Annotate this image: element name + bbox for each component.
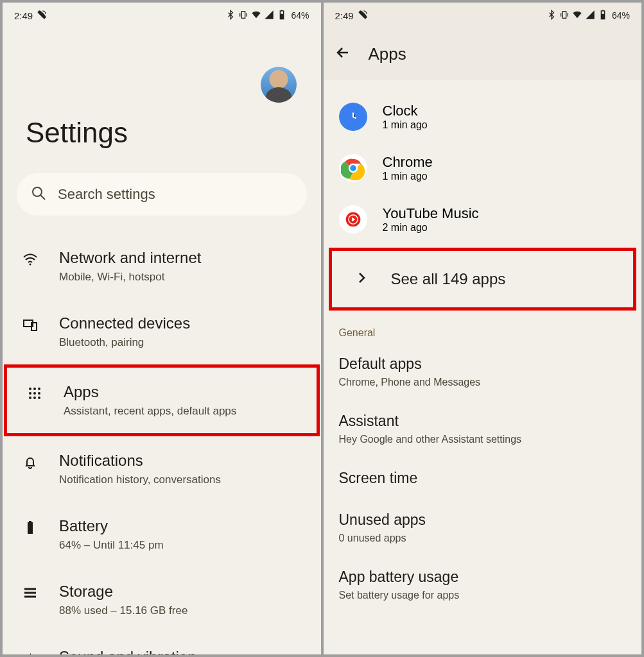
option-title: Default apps — [339, 355, 627, 373]
see-all-label: See all 149 apps — [391, 270, 506, 288]
app-title: Clock — [383, 103, 428, 119]
item-sub: Assistant, recent apps, default apps — [64, 405, 304, 418]
battery-icon — [22, 520, 38, 538]
option-title: App battery usage — [339, 568, 627, 586]
app-sub: 2 min ago — [383, 222, 479, 234]
svg-rect-26 — [602, 10, 604, 10]
option-screen-time[interactable]: Screen time — [324, 458, 642, 500]
status-time: 2:49 — [14, 10, 33, 21]
bluetooth-icon — [225, 10, 236, 22]
settings-item-notifications[interactable]: Notifications Notification history, conv… — [3, 436, 321, 502]
svg-point-17 — [38, 397, 40, 399]
call-icon — [37, 10, 47, 22]
option-sub: Set battery usage for apps — [339, 590, 627, 601]
highlight-apps: Apps Assistant, recent apps, default app… — [4, 364, 320, 436]
vibrate-icon — [238, 10, 248, 22]
profile-avatar[interactable] — [261, 67, 297, 103]
see-all-apps[interactable]: See all 149 apps — [332, 251, 634, 307]
wifi-icon — [572, 10, 582, 22]
app-title: Chrome — [383, 154, 433, 171]
app-sub: 1 min ago — [383, 119, 428, 131]
back-button[interactable] — [335, 45, 351, 63]
app-title: YouTube Music — [383, 205, 479, 222]
svg-rect-19 — [29, 521, 31, 522]
option-default-apps[interactable]: Default apps Chrome, Phone and Messages — [324, 344, 642, 401]
item-title: Network and internet — [59, 249, 308, 267]
recent-apps-list: Clock 1 min ago Chrome 1 min ago You — [324, 80, 642, 245]
svg-point-14 — [38, 392, 40, 395]
svg-point-15 — [29, 397, 31, 399]
option-unused-apps[interactable]: Unused apps 0 unused apps — [324, 500, 642, 557]
svg-rect-25 — [601, 13, 604, 19]
item-sub: 88% used – 15.16 GB free — [59, 604, 308, 617]
svg-point-6 — [30, 264, 31, 266]
wifi-icon — [22, 252, 38, 269]
item-title: Storage — [59, 583, 308, 601]
status-battery: 64% — [291, 10, 309, 21]
svg-point-16 — [33, 397, 36, 399]
svg-rect-23 — [562, 11, 566, 18]
item-title: Sound and vibration — [59, 648, 308, 654]
option-assistant[interactable]: Assistant Hey Google and other Assistant… — [324, 401, 642, 458]
highlight-see-all: See all 149 apps — [329, 248, 637, 311]
app-sub: 1 min ago — [383, 171, 433, 182]
bell-icon — [22, 454, 38, 472]
settings-list: Network and internet Mobile, Wi-Fi, hots… — [3, 234, 321, 654]
svg-rect-3 — [281, 10, 283, 10]
vibrate-icon — [559, 10, 570, 22]
phone-settings: 2:49 64% Settings Search settings — [3, 3, 321, 654]
status-bar: 2:49 64% — [3, 3, 321, 28]
chrome-icon — [339, 154, 367, 182]
item-title: Connected devices — [59, 314, 308, 332]
chevron-right-icon — [354, 270, 369, 288]
item-sub: Bluetooth, pairing — [59, 336, 308, 349]
youtube-music-icon — [339, 205, 367, 234]
settings-item-connected[interactable]: Connected devices Bluetooth, pairing — [3, 299, 321, 364]
item-sub: 64% – Until 11:45 pm — [59, 539, 308, 552]
settings-item-apps[interactable]: Apps Assistant, recent apps, default app… — [7, 368, 317, 433]
signal-icon — [264, 10, 274, 22]
battery-icon — [598, 10, 608, 22]
svg-rect-18 — [28, 522, 33, 534]
item-sub: Mobile, Wi-Fi, hotspot — [59, 271, 308, 284]
svg-point-13 — [33, 392, 36, 395]
page-title: Settings — [3, 103, 321, 149]
call-icon — [358, 10, 368, 22]
status-bar: 2:49 64% — [324, 3, 642, 28]
option-title: Assistant — [339, 413, 627, 430]
sound-icon — [22, 651, 38, 654]
search-settings[interactable]: Search settings — [17, 173, 307, 216]
signal-icon — [585, 10, 595, 22]
svg-rect-0 — [242, 11, 245, 18]
search-icon — [31, 185, 46, 203]
svg-point-12 — [29, 392, 31, 395]
option-title: Screen time — [339, 470, 627, 487]
svg-point-9 — [29, 388, 31, 390]
search-placeholder: Search settings — [58, 186, 155, 203]
item-sub: Notification history, conversations — [59, 474, 308, 486]
devices-icon — [22, 317, 38, 335]
app-bar: Apps — [324, 28, 642, 80]
option-sub: 0 unused apps — [339, 533, 627, 544]
battery-icon — [277, 10, 287, 22]
appbar-title: Apps — [369, 44, 406, 64]
bluetooth-icon — [546, 10, 557, 22]
option-sub: Chrome, Phone and Messages — [339, 377, 627, 388]
wifi-icon — [251, 10, 261, 22]
status-battery: 64% — [612, 10, 630, 21]
apps-icon — [27, 386, 42, 404]
settings-item-network[interactable]: Network and internet Mobile, Wi-Fi, hots… — [3, 234, 321, 299]
app-item-ytmusic[interactable]: YouTube Music 2 min ago — [324, 194, 642, 245]
settings-item-sound[interactable]: Sound and vibration — [3, 633, 321, 654]
option-title: Unused apps — [339, 511, 627, 529]
app-item-chrome[interactable]: Chrome 1 min ago — [324, 142, 642, 194]
item-title: Notifications — [59, 452, 308, 470]
settings-item-storage[interactable]: Storage 88% used – 15.16 GB free — [3, 567, 321, 633]
option-app-battery[interactable]: App battery usage Set battery usage for … — [324, 557, 642, 614]
option-sub: Hey Google and other Assistant settings — [339, 434, 627, 445]
settings-item-battery[interactable]: Battery 64% – Until 11:45 pm — [3, 502, 321, 567]
clock-icon — [339, 103, 367, 131]
app-item-clock[interactable]: Clock 1 min ago — [324, 91, 642, 142]
general-options: Default apps Chrome, Phone and Messages … — [324, 344, 642, 614]
svg-rect-2 — [281, 13, 284, 19]
